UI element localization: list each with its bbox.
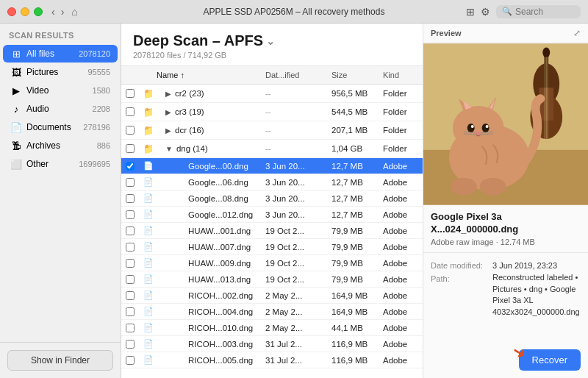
sidebar-item-archives[interactable]: 🗜 Archives 886 <box>3 137 118 154</box>
row-checkbox[interactable] <box>121 193 139 204</box>
content-header: Deep Scan – APFS ⌄ 2078120 files / 714,9… <box>121 24 423 66</box>
search-input[interactable] <box>515 7 574 17</box>
row-checkbox[interactable] <box>121 354 139 366</box>
row-size: 44,1 MB <box>327 322 379 334</box>
search-box: 🔍 <box>496 5 581 18</box>
row-kind: Adobe <box>379 322 423 334</box>
table-row[interactable]: 📄 Google...06.dng 3 Jun 20... 12,7 MB Ad… <box>121 174 423 190</box>
home-button[interactable]: ⌂ <box>71 6 77 18</box>
table-row[interactable]: 📄 RICOH...004.dng 2 May 2... 164,9 MB Ad… <box>121 304 423 320</box>
sidebar-item-documents[interactable]: 📄 Documents 278196 <box>3 118 118 136</box>
row-size: 956,5 MB <box>327 88 379 99</box>
row-checkbox[interactable] <box>121 209 139 221</box>
back-button[interactable]: ‹ <box>50 6 57 18</box>
content-area: Deep Scan – APFS ⌄ 2078120 files / 714,9… <box>121 24 423 378</box>
row-name: RICOH...003.dng <box>152 338 261 350</box>
row-checkbox[interactable] <box>121 274 139 285</box>
sidebar-count-all-files: 2078120 <box>79 49 110 58</box>
view-toggle-button[interactable]: ⊞ <box>466 6 475 18</box>
preview-image <box>423 43 588 205</box>
row-size: 12,7 MB <box>327 160 379 172</box>
sidebar-icon-audio: ♪ <box>10 103 22 115</box>
scan-subtitle: 2078120 files / 714,92 GB <box>133 51 411 60</box>
maximize-button[interactable] <box>34 7 43 16</box>
sidebar-item-pictures[interactable]: 🖼 Pictures 95555 <box>3 63 118 81</box>
row-kind: Adobe <box>379 176 423 188</box>
table-row[interactable]: 📄 HUAW...007.dng 19 Oct 2... 79,9 MB Ado… <box>121 239 423 255</box>
sidebar-count-video: 1580 <box>93 86 110 95</box>
table-row[interactable]: 📄 RICOH...003.dng 31 Jul 2... 116,9 MB A… <box>121 336 423 352</box>
row-icon: 📄 <box>139 240 152 253</box>
table-row[interactable]: 📄 HUAW...001.dng 19 Oct 2... 79,9 MB Ado… <box>121 223 423 239</box>
row-date: 3 Jun 20... <box>261 209 327 221</box>
sidebar-label-audio: Audio <box>26 104 88 114</box>
expand-button[interactable]: ▼ <box>164 145 174 153</box>
close-button[interactable] <box>7 7 16 16</box>
row-checkbox[interactable] <box>121 88 139 99</box>
expand-button[interactable]: ▶ <box>164 90 173 98</box>
chevron-down-icon[interactable]: ⌄ <box>266 35 275 47</box>
filter-button[interactable]: ⚙ <box>481 6 490 18</box>
sidebar-icon-other: ⬜ <box>10 158 22 170</box>
preview-panel: Preview ⤢ <box>423 24 588 378</box>
row-checkbox[interactable] <box>121 160 139 172</box>
row-kind: Folder <box>379 88 423 99</box>
sidebar-label-other: Other <box>26 159 74 169</box>
svg-point-20 <box>486 125 489 128</box>
row-name: RICOH...010.dng <box>152 322 261 334</box>
row-checkbox[interactable] <box>121 106 139 118</box>
sidebar-item-video[interactable]: ▶ Video 1580 <box>3 82 118 99</box>
row-size: 164,9 MB <box>327 306 379 318</box>
row-checkbox[interactable] <box>121 338 139 350</box>
sidebar: Scan results ⊞ All files 2078120 🖼 Pictu… <box>0 24 121 378</box>
table-row[interactable]: 📄 HUAW...013.dng 19 Oct 2... 79,9 MB Ado… <box>121 271 423 288</box>
table-row[interactable]: 📁 ▼ dng (14) -- 1,04 GB Folder <box>121 140 423 158</box>
svg-point-17 <box>467 124 475 132</box>
sidebar-footer: Show in Finder <box>0 342 121 378</box>
row-checkbox[interactable] <box>121 306 139 318</box>
row-name: Google...00.dng <box>152 160 261 172</box>
table-row[interactable]: 📄 RICOH...002.dng 2 May 2... 164,9 MB Ad… <box>121 288 423 304</box>
row-kind: Adobe <box>379 290 423 302</box>
titlebar-actions: ⊞ ⚙ 🔍 <box>466 5 581 18</box>
row-checkbox[interactable] <box>121 176 139 188</box>
table-row[interactable]: 📁 ▶ cr3 (19) -- 544,5 MB Folder <box>121 103 423 121</box>
row-icon: 📄 <box>139 160 152 172</box>
row-checkbox[interactable] <box>121 241 139 253</box>
show-finder-button[interactable]: Show in Finder <box>7 350 113 371</box>
table-row[interactable]: 📄 HUAW...009.dng 19 Oct 2... 79,9 MB Ado… <box>121 255 423 271</box>
table-row[interactable]: 📄 Google...00.dng 3 Jun 20... 12,7 MB Ad… <box>121 158 423 174</box>
th-name[interactable]: Name ↑ <box>152 69 261 81</box>
row-icon: 📄 <box>139 338 152 350</box>
row-date: 3 Jun 20... <box>261 176 327 188</box>
table-row[interactable]: 📄 RICOH...010.dng 2 May 2... 44,1 MB Ado… <box>121 320 423 336</box>
row-icon: 📄 <box>139 208 152 221</box>
row-checkbox[interactable] <box>121 225 139 237</box>
preview-expand-button[interactable]: ⤢ <box>573 28 581 38</box>
sidebar-label-archives: Archives <box>26 140 93 151</box>
svg-point-27 <box>480 178 506 196</box>
expand-button[interactable]: ▶ <box>164 126 173 135</box>
row-checkbox[interactable] <box>121 290 139 302</box>
sidebar-item-all-files[interactable]: ⊞ All files 2078120 <box>3 45 118 63</box>
table-row[interactable]: 📁 ▶ dcr (16) -- 207,1 MB Folder <box>121 121 423 140</box>
recover-button[interactable]: Recover <box>519 349 581 371</box>
row-checkbox[interactable] <box>121 143 139 154</box>
row-date: 19 Oct 2... <box>261 225 327 237</box>
expand-button[interactable]: ▶ <box>164 108 173 116</box>
sidebar-item-other[interactable]: ⬜ Other 1699695 <box>3 155 118 173</box>
table-row[interactable]: 📁 ▶ cr2 (23) -- 956,5 MB Folder <box>121 85 423 103</box>
row-checkbox[interactable] <box>121 257 139 269</box>
row-name: ▼ dng (14) <box>152 143 261 154</box>
row-kind: Folder <box>379 143 423 154</box>
table-row[interactable]: 📄 RICOH...005.dng 31 Jul 2... 116,9 MB A… <box>121 352 423 368</box>
row-checkbox[interactable] <box>121 322 139 334</box>
sidebar-item-audio[interactable]: ♪ Audio 2208 <box>3 100 118 118</box>
row-kind: Adobe <box>379 209 423 221</box>
table-row[interactable]: 📄 Google...012.dng 3 Jun 20... 12,7 MB A… <box>121 207 423 223</box>
table-row[interactable]: 📄 Google...08.dng 3 Jun 20... 12,7 MB Ad… <box>121 190 423 207</box>
minimize-button[interactable] <box>21 7 29 16</box>
row-checkbox[interactable] <box>121 124 139 136</box>
forward-button[interactable]: › <box>60 6 66 18</box>
sidebar-title: Scan results <box>0 24 121 44</box>
